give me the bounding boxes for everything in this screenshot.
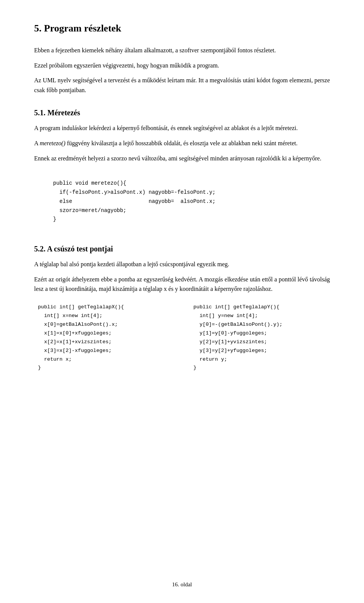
code-line-5: } (53, 215, 318, 224)
section1-p2-suffix: függvény kiválasztja a lejtő hosszabbik … (66, 140, 298, 146)
code-right-line-8: } (193, 364, 330, 372)
code-left-line-7: return x; (38, 355, 174, 364)
section1-p2: A meretezo() függvény kiválasztja a lejt… (34, 138, 330, 148)
code-right-line-4: y[1]=y[0]-yfuggoleges; (193, 329, 330, 338)
code-left-line-6: x[3]=x[2]-xfuggoleges; (38, 347, 174, 355)
code-left-line-8: } (38, 364, 174, 372)
page-container: 5. Program részletek Ebben a fejezetben … (0, 0, 364, 603)
page-number: 16. oldal (172, 581, 192, 588)
intro-paragraph-2: Ezzel próbálom egyszerűen végigvezetni, … (34, 61, 330, 71)
code-line-2: if(-felsoPont.y>alsoPont.x) nagyobb=-fel… (53, 188, 318, 197)
code-right-line-3: y[0]=-(getBalAlsoPont().y); (193, 320, 330, 329)
code-left-line-5: x[2]=x[1]+xvizszintes; (38, 338, 174, 347)
chapter-title: 5. Program részletek (34, 23, 330, 34)
code-right-line-7: return y; (193, 355, 330, 364)
section1-p3: Ennek az eredményét helyezi a szorzo nev… (34, 154, 330, 163)
section1-p1: A program induláskor lekérdezi a képerny… (34, 123, 330, 133)
code-col-right: public int[] getTeglalapY(){ int[] y=new… (190, 303, 330, 373)
code-right-line-6: y[3]=y[2]+yfuggoleges; (193, 347, 330, 355)
code-left-line-2: int[] x=new int[4]; (38, 312, 174, 320)
section2-p2: Ezért az origót áthelyezem ebbe a pontba… (34, 275, 330, 294)
code-left-line-4: x[1]=x[0]+xfuggoleges; (38, 329, 174, 338)
code-col-left: public int[] getTeglalapX(){ int[] x=new… (34, 303, 174, 373)
section1-p2-italic: meretezo() (40, 140, 66, 146)
section2-code-columns: public int[] getTeglalapX(){ int[] x=new… (34, 303, 330, 373)
intro-paragraph-1: Ebben a fejezetben kiemelek néhány által… (34, 46, 330, 55)
code-left-line-1: public int[] getTeglalapX(){ (38, 303, 174, 312)
section1-code-block: public void meretezo(){ if(-felsoPont.y>… (34, 172, 330, 231)
section1-p2-prefix: A (34, 140, 40, 146)
section2-heading: 5.2. A csúszó test pontjai (34, 245, 330, 253)
code-right-line-1: public int[] getTeglalapY(){ (193, 303, 330, 312)
section1-heading: 5.1. Méretezés (34, 108, 330, 117)
intro-paragraph-3: Az UML nyelv segítségével a tervezést és… (34, 75, 330, 95)
code-line-4: szorzo=meret/nagyobb; (53, 206, 318, 215)
code-right-line-2: int[] y=new int[4]; (193, 312, 330, 320)
code-line-1: public void meretezo(){ (53, 179, 318, 188)
code-left-line-3: x[0]=getBalAlsoPont().x; (38, 320, 174, 329)
code-line-3: else nagyobb= alsoPont.x; (53, 197, 318, 206)
section2-p1: A téglalap bal alsó pontja kezdeti állap… (34, 259, 330, 269)
code-right-line-5: y[2]=y[1]+yvizszintes; (193, 338, 330, 347)
